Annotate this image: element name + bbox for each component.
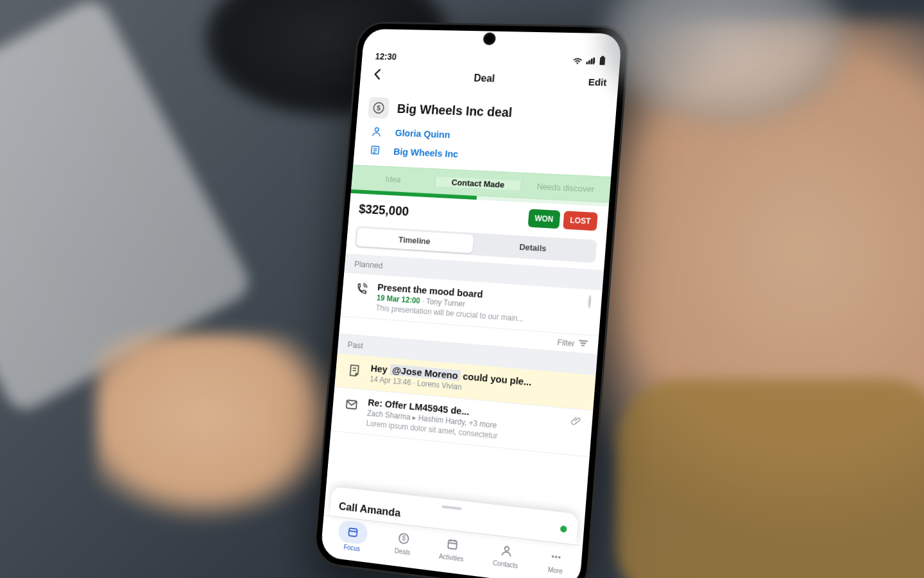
phone: 12:30 [312,21,631,578]
email-icon [341,394,361,427]
nav-contacts[interactable]: Contacts [493,541,520,570]
filter-icon [578,339,588,349]
svg-text:$: $ [402,534,406,542]
attachment-icon [569,416,582,449]
note-time: 14 Apr 13:46 [370,374,411,387]
svg-rect-3 [593,57,595,64]
svg-rect-1 [588,60,590,64]
more-icon [549,548,563,566]
status-time: 12:30 [375,51,397,62]
won-button[interactable]: WON [527,209,560,229]
screen: 12:30 [320,29,622,578]
svg-rect-0 [586,62,588,64]
deal-title: Big Wheels Inc deal [397,101,513,120]
deal-currency-icon: $ [368,97,389,119]
nav-more-label: More [547,566,563,575]
nav-contacts-label: Contacts [493,559,518,570]
tab-timeline[interactable]: Timeline [356,228,474,253]
svg-rect-4 [601,56,604,57]
deal-header: $ Big Wheels Inc deal Gloria Quinn [353,89,617,177]
nav-deals[interactable]: $ Deals [395,529,413,556]
svg-point-16 [552,556,554,558]
org-name: Big Wheels Inc [393,146,459,159]
photo-backdrop: 12:30 [0,0,924,578]
stage-contact-made[interactable]: Contact Made [435,177,522,190]
nav-focus[interactable]: Focus [337,520,368,554]
person-icon [366,125,388,137]
lost-button[interactable]: LOST [563,211,598,231]
activities-icon [445,535,459,554]
org-icon [364,144,386,156]
stage-needs-discover[interactable]: Needs discover [521,180,610,195]
wifi-icon [572,56,583,66]
svg-rect-14 [448,540,457,549]
nav-focus-label: Focus [343,543,360,552]
back-button[interactable] [371,67,385,84]
screen-title: Deal [384,70,588,87]
battery-icon [599,56,606,67]
contacts-icon [499,541,513,560]
filter-label: Filter [557,338,575,348]
timeline-list[interactable]: Planned Present the mood board 19 Mar 12… [326,254,604,515]
activity-done-checkbox[interactable] [586,296,592,328]
sleeve [616,379,924,578]
call-icon [350,279,371,311]
svg-point-8 [375,128,379,132]
svg-rect-11 [349,528,357,536]
stage-idea[interactable]: Idea [352,172,436,186]
signal-icon [586,56,595,66]
tab-details[interactable]: Details [472,235,595,261]
edit-button[interactable]: Edit [588,76,607,87]
nav-activities[interactable]: Activities [439,534,465,563]
svg-rect-2 [590,58,592,64]
nav-activities-label: Activities [439,552,464,563]
svg-point-15 [504,547,509,552]
sheet-handle[interactable] [441,505,461,511]
svg-text:$: $ [377,104,382,112]
background-tablet [0,0,255,416]
svg-point-17 [555,556,558,558]
focus-icon [338,520,369,545]
deals-icon: $ [397,529,410,547]
nav-more[interactable]: More [547,547,564,575]
nav-deals-label: Deals [395,547,411,556]
deal-value: $325,000 [358,202,525,225]
contact-name: Gloria Quinn [395,127,450,140]
svg-rect-5 [599,57,605,65]
svg-point-18 [558,556,561,559]
note-icon [345,360,364,383]
